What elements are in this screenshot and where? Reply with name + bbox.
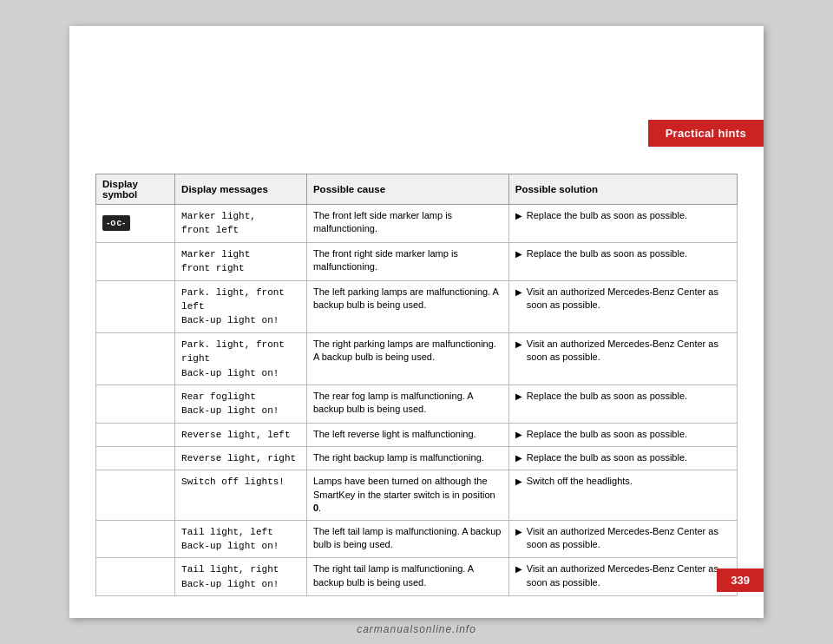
cell-messages: Marker light,front left [175,205,307,243]
cell-symbol: -oc- [96,205,175,243]
table-row: Marker lightfront rightThe front right s… [96,242,738,280]
table-row: Reverse light, rightThe right backup lam… [96,447,738,470]
site-watermark: carmanualsonline.info [357,623,476,635]
section-title-tab: Practical hints [648,120,764,147]
arrow-icon: ▶ [515,286,522,299]
solution-text: Replace the bulb as soon as possible. [527,390,687,403]
arrow-icon: ▶ [515,452,522,464]
arrow-icon: ▶ [515,391,522,403]
arrow-icon: ▶ [515,338,522,351]
section-title-label: Practical hints [666,127,746,140]
cell-messages: Park. light, front rightBack-up light on… [175,332,307,384]
cell-solution: ▶Visit an authorized Mercedes-Benz Cente… [508,332,737,384]
header-symbol: Display symbol [96,174,175,205]
cell-solution: ▶Switch off the headlights. [508,470,737,520]
document-page: Practical hints Display symbol Display m… [69,26,764,618]
cell-cause: The right backup lamp is malfunctioning. [306,447,508,470]
cell-solution: ▶Replace the bulb as soon as possible. [508,242,737,280]
arrow-icon: ▶ [515,563,522,575]
cell-symbol [96,447,175,470]
cell-solution: ▶Replace the bulb as soon as possible. [508,423,737,446]
cell-cause: The left reverse light is malfunctioning… [306,423,508,446]
cell-messages: Tail light, leftBack-up light on! [175,520,307,558]
cell-solution: ▶Replace the bulb as soon as possible. [508,384,737,423]
cell-symbol [96,470,175,520]
table-header-row: Display symbol Display messages Possible… [96,174,738,205]
cell-symbol [96,423,175,446]
header-solution: Possible solution [508,174,737,205]
arrow-icon: ▶ [515,210,522,222]
cell-cause: The left tail lamp is malfunctioning. A … [306,520,508,558]
cell-cause: The front right side marker lamp is malf… [306,242,508,280]
table-row: Tail light, rightBack-up light on!The ri… [96,558,738,596]
arrow-icon: ▶ [515,476,522,488]
cell-messages: Reverse light, right [175,447,307,470]
cell-messages: Reverse light, left [175,423,307,446]
cell-messages: Tail light, rightBack-up light on! [175,558,307,596]
solution-text: Visit an authorized Mercedes-Benz Center… [527,286,731,312]
cell-cause: The left parking lamps are malfunctionin… [306,280,508,332]
solution-text: Replace the bulb as soon as possible. [527,247,687,260]
cell-symbol [96,242,175,280]
cell-cause: The rear fog lamp is malfunctioning. A b… [306,384,508,423]
arrow-icon: ▶ [515,429,522,441]
main-table-container: Display symbol Display messages Possible… [95,174,738,596]
arrow-icon: ▶ [515,526,522,538]
cell-cause: Lamps have been turned on although the S… [306,470,508,520]
cell-solution: ▶Visit an authorized Mercedes-Benz Cente… [508,558,737,596]
solution-text: Replace the bulb as soon as possible. [527,451,687,464]
cell-messages: Park. light, front leftBack-up light on! [175,280,307,332]
cell-cause: The right parking lamps are malfunctioni… [306,332,508,384]
cell-cause: The front left side marker lamp is malfu… [306,205,508,243]
cell-solution: ▶Replace the bulb as soon as possible. [508,205,737,243]
solution-text: Replace the bulb as soon as possible. [527,428,687,441]
cell-solution: ▶Visit an authorized Mercedes-Benz Cente… [508,520,737,558]
table-row: Tail light, leftBack-up light on!The lef… [96,520,738,558]
light-warning-icon: -oc- [102,215,130,231]
header-cause: Possible cause [306,174,508,205]
solution-text: Replace the bulb as soon as possible. [527,209,687,222]
table-row: Park. light, front leftBack-up light on!… [96,280,738,332]
cell-symbol [96,520,175,558]
arrow-icon: ▶ [515,248,522,260]
table-row: -oc-Marker light,front leftThe front lef… [96,205,738,243]
header-messages: Display messages [175,174,307,205]
cell-solution: ▶Replace the bulb as soon as possible. [508,447,737,470]
cell-symbol [96,332,175,384]
table-row: Switch off lights!Lamps have been turned… [96,470,738,520]
table-row: Reverse light, leftThe left reverse ligh… [96,423,738,446]
display-messages-table: Display symbol Display messages Possible… [95,174,738,596]
solution-text: Visit an authorized Mercedes-Benz Center… [527,562,731,589]
cell-cause: The right tail lamp is malfunctioning. A… [306,558,508,596]
cell-symbol [96,384,175,423]
cell-messages: Rear foglightBack-up light on! [175,384,307,423]
solution-text: Switch off the headlights. [527,475,633,488]
table-row: Rear foglightBack-up light on!The rear f… [96,384,738,423]
cell-symbol [96,280,175,332]
table-row: Park. light, front rightBack-up light on… [96,332,738,384]
solution-text: Visit an authorized Mercedes-Benz Center… [527,525,731,552]
solution-text: Visit an authorized Mercedes-Benz Center… [527,338,731,365]
cell-solution: ▶Visit an authorized Mercedes-Benz Cente… [508,280,737,332]
cell-messages: Switch off lights! [175,470,307,520]
page-number-badge: 339 [717,568,764,592]
cell-messages: Marker lightfront right [175,242,307,280]
cell-symbol [96,558,175,596]
